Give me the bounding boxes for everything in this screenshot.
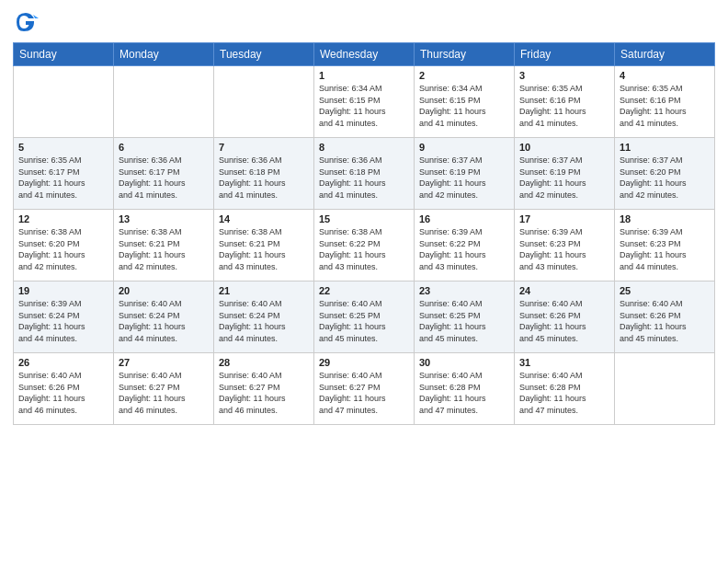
day-info: Sunrise: 6:39 AM Sunset: 6:22 PM Dayligh… xyxy=(419,226,509,272)
col-header-monday: Monday xyxy=(114,43,214,66)
day-info: Sunrise: 6:39 AM Sunset: 6:24 PM Dayligh… xyxy=(18,298,108,344)
day-info: Sunrise: 6:40 AM Sunset: 6:25 PM Dayligh… xyxy=(419,298,509,344)
day-number: 4 xyxy=(620,70,710,81)
day-info: Sunrise: 6:35 AM Sunset: 6:16 PM Dayligh… xyxy=(620,83,710,129)
day-cell: 22Sunrise: 6:40 AM Sunset: 6:25 PM Dayli… xyxy=(314,282,415,353)
col-header-wednesday: Wednesday xyxy=(314,43,415,66)
day-cell: 16Sunrise: 6:39 AM Sunset: 6:22 PM Dayli… xyxy=(415,210,515,282)
day-number: 14 xyxy=(219,213,309,224)
day-cell: 7Sunrise: 6:36 AM Sunset: 6:18 PM Daylig… xyxy=(214,138,314,210)
col-header-sunday: Sunday xyxy=(14,43,114,66)
logo xyxy=(13,9,42,35)
day-cell: 24Sunrise: 6:40 AM Sunset: 6:26 PM Dayli… xyxy=(515,282,615,353)
col-header-thursday: Thursday xyxy=(415,43,515,66)
day-cell: 2Sunrise: 6:34 AM Sunset: 6:15 PM Daylig… xyxy=(415,66,515,138)
day-cell: 13Sunrise: 6:38 AM Sunset: 6:21 PM Dayli… xyxy=(114,210,214,282)
day-number: 16 xyxy=(419,213,509,224)
day-info: Sunrise: 6:40 AM Sunset: 6:28 PM Dayligh… xyxy=(519,370,609,416)
day-info: Sunrise: 6:37 AM Sunset: 6:19 PM Dayligh… xyxy=(419,155,509,201)
day-number: 7 xyxy=(219,142,309,153)
day-number: 8 xyxy=(319,142,409,153)
day-cell: 15Sunrise: 6:38 AM Sunset: 6:22 PM Dayli… xyxy=(314,210,415,282)
day-number: 6 xyxy=(119,142,209,153)
day-number: 10 xyxy=(519,142,609,153)
day-cell xyxy=(14,66,114,138)
day-number: 18 xyxy=(620,213,710,224)
day-number: 24 xyxy=(519,285,609,296)
day-cell: 12Sunrise: 6:38 AM Sunset: 6:20 PM Dayli… xyxy=(14,210,114,282)
week-row-3: 19Sunrise: 6:39 AM Sunset: 6:24 PM Dayli… xyxy=(14,282,715,353)
day-number: 26 xyxy=(18,357,108,368)
day-number: 5 xyxy=(18,142,108,153)
day-cell: 5Sunrise: 6:35 AM Sunset: 6:17 PM Daylig… xyxy=(14,138,114,210)
week-row-1: 5Sunrise: 6:35 AM Sunset: 6:17 PM Daylig… xyxy=(14,138,715,210)
day-info: Sunrise: 6:36 AM Sunset: 6:17 PM Dayligh… xyxy=(119,155,209,201)
day-info: Sunrise: 6:40 AM Sunset: 6:27 PM Dayligh… xyxy=(319,370,409,416)
day-info: Sunrise: 6:38 AM Sunset: 6:20 PM Dayligh… xyxy=(18,226,108,272)
day-number: 30 xyxy=(419,357,509,368)
day-info: Sunrise: 6:40 AM Sunset: 6:27 PM Dayligh… xyxy=(119,370,209,416)
logo-icon xyxy=(13,9,39,35)
col-header-tuesday: Tuesday xyxy=(214,43,314,66)
day-cell: 30Sunrise: 6:40 AM Sunset: 6:28 PM Dayli… xyxy=(415,353,515,425)
day-number: 19 xyxy=(18,285,108,296)
day-number: 31 xyxy=(519,357,609,368)
day-info: Sunrise: 6:38 AM Sunset: 6:21 PM Dayligh… xyxy=(119,226,209,272)
day-info: Sunrise: 6:40 AM Sunset: 6:28 PM Dayligh… xyxy=(419,370,509,416)
day-cell: 28Sunrise: 6:40 AM Sunset: 6:27 PM Dayli… xyxy=(214,353,314,425)
day-number: 23 xyxy=(419,285,509,296)
day-info: Sunrise: 6:40 AM Sunset: 6:26 PM Dayligh… xyxy=(519,298,609,344)
week-row-4: 26Sunrise: 6:40 AM Sunset: 6:26 PM Dayli… xyxy=(14,353,715,425)
day-cell: 29Sunrise: 6:40 AM Sunset: 6:27 PM Dayli… xyxy=(314,353,415,425)
col-header-saturday: Saturday xyxy=(615,43,715,66)
day-cell: 31Sunrise: 6:40 AM Sunset: 6:28 PM Dayli… xyxy=(515,353,615,425)
day-cell: 23Sunrise: 6:40 AM Sunset: 6:25 PM Dayli… xyxy=(415,282,515,353)
day-info: Sunrise: 6:38 AM Sunset: 6:22 PM Dayligh… xyxy=(319,226,409,272)
day-cell: 8Sunrise: 6:36 AM Sunset: 6:18 PM Daylig… xyxy=(314,138,415,210)
day-info: Sunrise: 6:37 AM Sunset: 6:20 PM Dayligh… xyxy=(620,155,710,201)
day-info: Sunrise: 6:34 AM Sunset: 6:15 PM Dayligh… xyxy=(319,83,409,129)
day-number: 13 xyxy=(119,213,209,224)
day-number: 17 xyxy=(519,213,609,224)
day-cell: 6Sunrise: 6:36 AM Sunset: 6:17 PM Daylig… xyxy=(114,138,214,210)
day-number: 15 xyxy=(319,213,409,224)
day-cell: 4Sunrise: 6:35 AM Sunset: 6:16 PM Daylig… xyxy=(615,66,715,138)
day-cell: 3Sunrise: 6:35 AM Sunset: 6:16 PM Daylig… xyxy=(515,66,615,138)
day-cell: 10Sunrise: 6:37 AM Sunset: 6:19 PM Dayli… xyxy=(515,138,615,210)
day-cell: 11Sunrise: 6:37 AM Sunset: 6:20 PM Dayli… xyxy=(615,138,715,210)
day-number: 21 xyxy=(219,285,309,296)
day-info: Sunrise: 6:38 AM Sunset: 6:21 PM Dayligh… xyxy=(219,226,309,272)
day-info: Sunrise: 6:36 AM Sunset: 6:18 PM Dayligh… xyxy=(319,155,409,201)
day-number: 29 xyxy=(319,357,409,368)
day-info: Sunrise: 6:37 AM Sunset: 6:19 PM Dayligh… xyxy=(519,155,609,201)
day-number: 27 xyxy=(119,357,209,368)
day-info: Sunrise: 6:36 AM Sunset: 6:18 PM Dayligh… xyxy=(219,155,309,201)
calendar-header-row: SundayMondayTuesdayWednesdayThursdayFrid… xyxy=(14,43,715,66)
day-info: Sunrise: 6:40 AM Sunset: 6:24 PM Dayligh… xyxy=(119,298,209,344)
day-cell: 20Sunrise: 6:40 AM Sunset: 6:24 PM Dayli… xyxy=(114,282,214,353)
day-cell xyxy=(114,66,214,138)
day-info: Sunrise: 6:35 AM Sunset: 6:17 PM Dayligh… xyxy=(18,155,108,201)
day-cell: 1Sunrise: 6:34 AM Sunset: 6:15 PM Daylig… xyxy=(314,66,415,138)
day-info: Sunrise: 6:40 AM Sunset: 6:24 PM Dayligh… xyxy=(219,298,309,344)
day-number: 22 xyxy=(319,285,409,296)
day-info: Sunrise: 6:40 AM Sunset: 6:26 PM Dayligh… xyxy=(18,370,108,416)
day-cell: 17Sunrise: 6:39 AM Sunset: 6:23 PM Dayli… xyxy=(515,210,615,282)
day-cell: 21Sunrise: 6:40 AM Sunset: 6:24 PM Dayli… xyxy=(214,282,314,353)
calendar: SundayMondayTuesdayWednesdayThursdayFrid… xyxy=(13,42,715,425)
day-info: Sunrise: 6:34 AM Sunset: 6:15 PM Dayligh… xyxy=(419,83,509,129)
day-info: Sunrise: 6:40 AM Sunset: 6:27 PM Dayligh… xyxy=(219,370,309,416)
day-number: 2 xyxy=(419,70,509,81)
day-cell: 25Sunrise: 6:40 AM Sunset: 6:26 PM Dayli… xyxy=(615,282,715,353)
header xyxy=(13,9,715,35)
day-cell: 19Sunrise: 6:39 AM Sunset: 6:24 PM Dayli… xyxy=(14,282,114,353)
col-header-friday: Friday xyxy=(515,43,615,66)
day-cell: 27Sunrise: 6:40 AM Sunset: 6:27 PM Dayli… xyxy=(114,353,214,425)
day-cell: 9Sunrise: 6:37 AM Sunset: 6:19 PM Daylig… xyxy=(415,138,515,210)
week-row-2: 12Sunrise: 6:38 AM Sunset: 6:20 PM Dayli… xyxy=(14,210,715,282)
day-number: 1 xyxy=(319,70,409,81)
day-cell xyxy=(615,353,715,425)
day-number: 25 xyxy=(620,285,710,296)
day-info: Sunrise: 6:35 AM Sunset: 6:16 PM Dayligh… xyxy=(519,83,609,129)
day-number: 9 xyxy=(419,142,509,153)
